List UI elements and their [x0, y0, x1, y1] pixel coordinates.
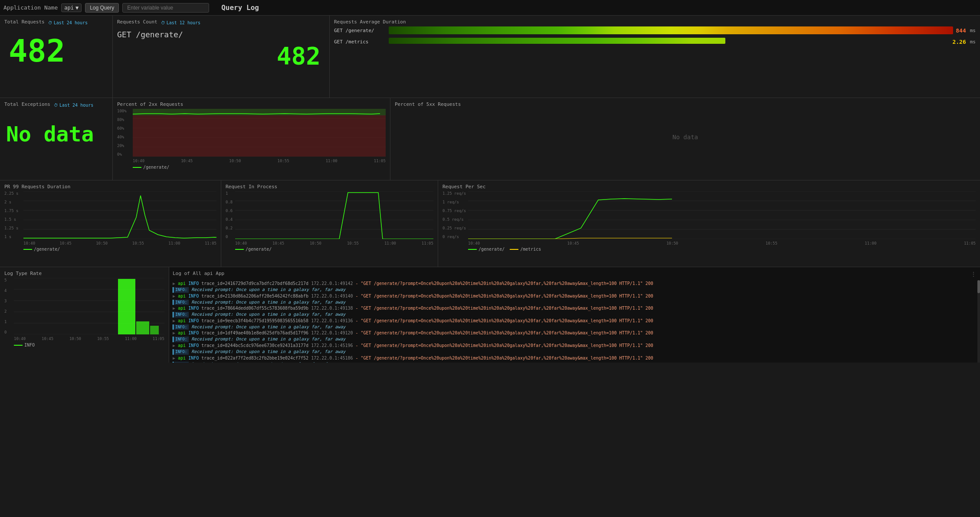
in-process-title: Request In Process — [226, 184, 433, 190]
svg-rect-32 — [118, 279, 135, 334]
log-info-line: INFO: Received prompt: Once upon a time … — [173, 311, 974, 318]
bar-row-2: GET /metrics 2.26 ms — [334, 38, 976, 46]
log-info-line: INFO: Received prompt: Once upon a time … — [173, 324, 974, 330]
log-scrollbar[interactable] — [977, 280, 980, 363]
y-labels-inproc: 1 0.8 0.6 0.4 0.2 0 — [226, 191, 233, 239]
bar-row-1: GET /generate/ 844 ms — [334, 26, 976, 34]
total-exceptions-panel: Total Exceptions Last 24 hours No data — [0, 98, 113, 180]
legend-persec: /generate/ /metrics — [442, 247, 976, 252]
y-label-100: 100% — [117, 109, 131, 113]
legend-label-generate: /generate/ — [143, 165, 169, 170]
x-labels-pr99: 10:40 10:45 10:50 10:55 11:00 11:05 — [4, 241, 216, 245]
y-labels-pr99: 2.25 s 2 s 1.75 s 1.5 s 1.25 s 1 s — [4, 191, 22, 239]
log-info-line: INFO: Received prompt: Once upon a time … — [173, 361, 974, 363]
row-2: Total Exceptions Last 24 hours No data P… — [0, 98, 980, 180]
y-label-80: 80% — [117, 118, 131, 122]
svg-rect-33 — [136, 321, 149, 334]
total-requests-value: 482 — [4, 35, 108, 66]
requests-count-subtitle: Last 12 hours — [161, 20, 200, 25]
legend-generate-inproc: /generate/ — [235, 247, 272, 252]
log-query-button[interactable]: Log Query — [85, 3, 119, 13]
persec-chart-svg — [468, 191, 976, 239]
log-line: ▶ api INFO trace_id=022af7f2ed83c2fb2bbe… — [173, 355, 974, 361]
legend-label-info: INFO — [24, 343, 35, 347]
log-line: ▶ api INFO trace_id=2416729d7d9ca7bdfc27… — [173, 281, 974, 287]
svg-rect-34 — [150, 326, 159, 334]
legend-label-metrics-persec: /metrics — [520, 247, 541, 252]
percent-5xx-nodata: No data — [395, 109, 976, 165]
log-info-line: INFO: Received prompt: Once upon a time … — [173, 299, 974, 306]
y-labels-lograte: 5 4 3 2 1 0 — [4, 278, 12, 334]
legend-dot-metrics-persec — [510, 249, 518, 250]
log-scrollbar-thumb — [977, 280, 980, 293]
legend-dot-info — [14, 345, 23, 346]
pr99-title: PR 99 Requests Duration — [4, 184, 216, 190]
legend-dot-generate — [133, 167, 141, 168]
log-line: ▶ api INFO trace_id=1df49ae40b1e8ed625df… — [173, 330, 974, 336]
bar-track-2 — [389, 38, 950, 46]
pr99-panel: PR 99 Requests Duration 2.25 s 2 s 1.75 … — [0, 180, 221, 267]
app-select[interactable]: api ▼ — [61, 3, 82, 12]
legend-label-inproc: /generate/ — [246, 247, 272, 252]
legend-info: INFO — [14, 343, 35, 347]
main-grid: Total Requests Last 24 hours 482 Request… — [0, 16, 980, 517]
total-exceptions-value: No data — [4, 122, 108, 146]
log-info-line: INFO: Received prompt: Once upon a time … — [173, 349, 974, 355]
bar-chart: GET /generate/ 844 ms GET /metrics — [334, 26, 976, 46]
total-requests-panel: Total Requests Last 24 hours 482 — [0, 16, 113, 98]
bar-unit-1: ms — [970, 28, 976, 33]
page-title: Query Log — [221, 3, 259, 12]
log-type-rate-panel: Log Type Rate 5 4 3 2 1 0 — [0, 267, 169, 363]
app-select-value: api — [64, 5, 74, 11]
menu-icon[interactable]: ⋮ — [970, 271, 977, 278]
row-3: PR 99 Requests Duration 2.25 s 2 s 1.75 … — [0, 180, 980, 267]
log-line: ▶ api INFO trace_id=78664dedd067df55c578… — [173, 305, 974, 311]
legend-lograte: INFO — [4, 343, 164, 347]
gradient-bar-1 — [389, 26, 953, 34]
variable-input[interactable] — [122, 3, 209, 13]
bar-value-2: 2.26 — [952, 39, 966, 45]
legend-label-generate-persec: /generate/ — [479, 247, 505, 252]
row-1: Total Requests Last 24 hours 482 Request… — [0, 16, 980, 98]
svg-rect-7 — [133, 115, 386, 157]
log-line: ▶ api INFO trace_id=2130d86a2206aff20e54… — [173, 293, 974, 299]
legend-pr99: /generate/ — [4, 247, 216, 252]
log-line: ▶ api INFO trace_id=9eecb3f4b4c775d19595… — [173, 318, 974, 324]
legend-2xx: /generate/ — [117, 165, 386, 170]
y-label-20: 20% — [117, 144, 131, 148]
y-label-40: 40% — [117, 135, 131, 139]
x-labels-lograte: 10:40 10:45 10:50 10:55 11:00 11:05 — [4, 337, 164, 341]
pr99-chart-svg — [23, 191, 216, 239]
log-all-title: Log of All api App — [173, 271, 224, 276]
legend-metrics-persec: /metrics — [510, 247, 541, 252]
requests-avg-panel: Requests Average Duration GET /generate/… — [330, 16, 980, 98]
percent-2xx-panel: Percent of 2xx Requests 100% 80% 60% 40%… — [113, 98, 390, 180]
inproc-chart-svg — [235, 191, 433, 239]
log-line: ▶ api INFO trace_id=8244bc5cdc976ee6730c… — [173, 343, 974, 349]
bar-value-1: 844 — [956, 27, 966, 34]
y-labels-2xx: 100% 80% 60% 40% 20% 0% — [117, 109, 131, 157]
x-labels-inproc: 10:40 10:45 10:50 10:55 11:00 11:05 — [226, 241, 433, 245]
legend-generate-persec: /generate/ — [468, 247, 505, 252]
requests-count-endpoint: GET /generate/ — [117, 30, 325, 39]
per-sec-panel: Request Per Sec 1.25 req/s 1 req/s 0.75 … — [438, 180, 980, 267]
total-requests-subtitle: Last 24 hours — [48, 20, 88, 25]
total-requests-title: Total Requests — [4, 19, 45, 25]
chevron-down-icon: ▼ — [75, 5, 79, 11]
legend-generate-pr99: /generate/ — [23, 247, 60, 252]
total-exceptions-title: Total Exceptions — [4, 101, 50, 107]
percent-5xx-panel: Percent of 5xx Requests No data — [390, 98, 980, 180]
topbar: Application Name api ▼ Log Query Query L… — [0, 0, 980, 16]
requests-count-value: 482 — [277, 42, 321, 70]
log-info-line: INFO: Received prompt: Once upon a time … — [173, 336, 974, 343]
percent-5xx-title: Percent of 5xx Requests — [395, 101, 976, 107]
percent-2xx-title: Percent of 2xx Requests — [117, 101, 386, 107]
legend-label-pr99: /generate/ — [34, 247, 60, 252]
lograte-chart-svg — [14, 278, 164, 334]
x-labels-persec: 10:40 10:45 10:50 10:55 11:00 11:05 — [442, 241, 976, 245]
gradient-bar-2 — [389, 38, 725, 44]
legend-dot-generate-persec — [468, 249, 477, 250]
bar-label-1: GET /generate/ — [334, 28, 386, 33]
in-process-panel: Request In Process 1 0.8 0.6 0.4 0.2 0 — [221, 180, 438, 267]
per-sec-title: Request Per Sec — [442, 184, 976, 190]
